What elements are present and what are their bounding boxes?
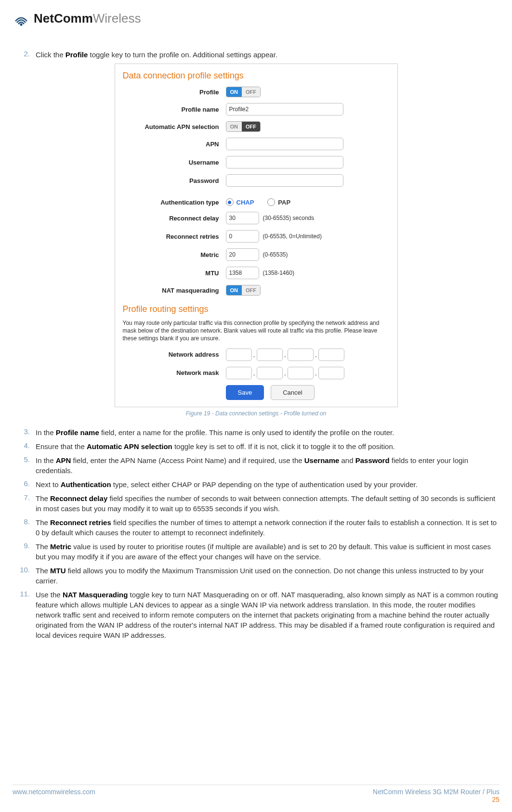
metric-input[interactable] [226, 248, 259, 261]
auth-pap-radio[interactable]: PAP [267, 198, 290, 206]
page-number: 25 [373, 796, 499, 803]
step-text: Click the Profile toggle key to turn the… [36, 50, 499, 60]
brand-logo-icon [13, 10, 30, 27]
settings-figure: Data connection profile settings Profile… [115, 64, 398, 407]
page-footer: www.netcommwireless.com NetComm Wireless… [13, 785, 499, 803]
section-title-data-conn: Data connection profile settings [123, 71, 390, 81]
profile-name-input[interactable] [226, 103, 343, 116]
save-button[interactable]: Save [226, 385, 264, 400]
page-header: NetCommWireless [13, 0, 499, 33]
apn-input[interactable] [226, 138, 343, 150]
cancel-button[interactable]: Cancel [271, 385, 314, 400]
svg-point-0 [20, 23, 22, 26]
footer-url: www.netcommwireless.com [13, 788, 95, 803]
netmask-octet-1[interactable] [226, 367, 252, 379]
netmask-octet-4[interactable] [318, 367, 344, 379]
netmask-octet-2[interactable] [257, 367, 283, 379]
step-number: 2. [13, 50, 36, 60]
footer-product: NetComm Wireless 3G M2M Router / Plus [373, 788, 499, 796]
step-10: 10.The MTU field allows you to modify th… [13, 566, 499, 586]
radio-selected-icon [226, 198, 234, 206]
step-9: 9.The Metric value is used by router to … [13, 541, 499, 562]
step-4: 4.Ensure that the Automatic APN selectio… [13, 441, 499, 451]
nat-toggle[interactable]: ONOFF [226, 285, 261, 296]
auth-chap-radio[interactable]: CHAP [226, 198, 254, 206]
netmask-octet-3[interactable] [288, 367, 314, 379]
radio-unselected-icon [267, 198, 275, 206]
netaddr-octet-3[interactable] [288, 348, 314, 361]
step-11: 11.Use the NAT Masquerading toggle key t… [13, 590, 499, 640]
brand-name-bold: NetComm [34, 11, 93, 26]
figure-caption: Figure 19 - Data connection settings - P… [13, 410, 499, 417]
step-8: 8.The Reconnect retries field specifies … [13, 517, 499, 538]
profile-toggle[interactable]: ONOFF [226, 87, 261, 97]
reconnect-delay-input[interactable] [226, 212, 259, 224]
password-input[interactable] [226, 174, 343, 187]
routing-description: You may route only particular traffic vi… [123, 319, 390, 343]
brand-name-light: Wireless [93, 11, 141, 26]
netaddr-octet-2[interactable] [257, 348, 283, 361]
mtu-input[interactable] [226, 267, 259, 279]
step-7: 7.The Reconnect delay field specifies th… [13, 493, 499, 514]
username-input[interactable] [226, 156, 343, 168]
step-3: 3.In the Profile name field, enter a nam… [13, 427, 499, 438]
netaddr-octet-4[interactable] [318, 348, 344, 361]
step-6: 6.Next to Authentication type, select ei… [13, 479, 499, 490]
step-5: 5.In the APN field, enter the APN Name (… [13, 455, 499, 476]
auto-apn-toggle[interactable]: ONOFF [226, 121, 261, 132]
step-2: 2. Click the Profile toggle key to turn … [13, 50, 499, 60]
netaddr-octet-1[interactable] [226, 348, 252, 361]
reconnect-retries-input[interactable] [226, 230, 259, 243]
section-title-routing: Profile routing settings [123, 304, 390, 314]
